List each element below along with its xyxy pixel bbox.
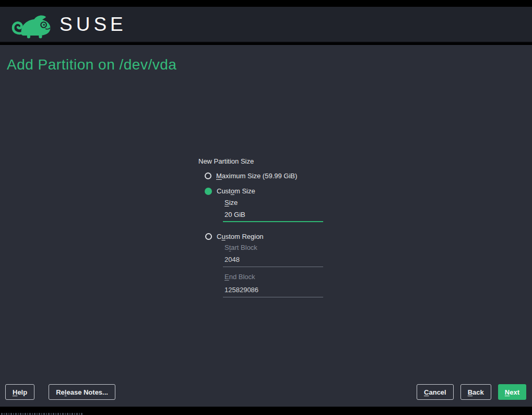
suse-logo-text: SUSE — [60, 15, 127, 34]
suse-chameleon-icon — [10, 10, 52, 39]
end-block-field-label: End Block — [224, 273, 255, 281]
help-button[interactable]: Help — [5, 384, 34, 400]
top-strip — [0, 0, 532, 7]
cancel-button[interactable]: Cancel — [417, 384, 454, 400]
label-text: elp — [17, 388, 27, 396]
label-text: art Block — [231, 244, 257, 251]
label-text: stom Region — [226, 233, 264, 240]
label-text: S — [224, 244, 229, 251]
radio-option-maximum-size[interactable]: Maximum Size (59.99 GiB) — [205, 172, 297, 180]
back-button[interactable]: Back — [460, 384, 491, 400]
radio-option-custom-region[interactable]: Custom Region — [205, 233, 264, 240]
label-text: ease Notes... — [66, 388, 108, 396]
button-bar: Help Release Notes... Cancel Back Next — [0, 384, 532, 400]
label-text: aximum Size (59.99 GiB) — [222, 172, 298, 180]
mnemonic-letter: E — [224, 273, 229, 281]
release-notes-button[interactable]: Release Notes... — [49, 384, 115, 400]
clipped-background-text — [1, 413, 84, 415]
radio-label: Custom Region — [217, 233, 264, 240]
suse-logo: SUSE — [10, 10, 127, 39]
label-text: ize — [229, 199, 238, 206]
label-text: C — [217, 233, 221, 240]
label-text: m Size — [234, 187, 255, 195]
installer-window: SUSE Add Partition on /dev/vda New Parti… — [0, 0, 532, 415]
size-input[interactable] — [223, 209, 323, 222]
end-block-input[interactable] — [223, 284, 323, 297]
mnemonic-letter: N — [505, 388, 510, 396]
label-text: nd Block — [229, 273, 255, 281]
group-label: New Partition Size — [198, 157, 254, 165]
mnemonic-letter: S — [224, 199, 229, 206]
content-area: Add Partition on /dev/vda New Partition … — [0, 45, 532, 407]
page-title: Add Partition on /dev/vda — [7, 56, 176, 73]
mnemonic-letter: B — [468, 388, 472, 396]
new-partition-size-form: New Partition Size Maximum Size (59.99 G… — [198, 157, 329, 306]
header-bar: SUSE — [0, 7, 532, 43]
size-field-label: Size — [224, 199, 238, 206]
label-text: ack — [472, 388, 484, 396]
mnemonic-letter: o — [231, 187, 234, 195]
radio-option-custom-size[interactable]: Custom Size — [205, 187, 255, 195]
label-text: ext — [510, 388, 519, 396]
radio-label: Maximum Size (59.99 GiB) — [216, 172, 297, 180]
label-text: Cust — [217, 187, 231, 195]
next-button[interactable]: Next — [498, 384, 526, 400]
radio-selected-icon[interactable] — [205, 188, 212, 195]
start-block-field-label: Start Block — [224, 244, 257, 251]
start-block-input[interactable] — [223, 253, 323, 267]
label-text: Re — [56, 388, 65, 396]
radio-label: Custom Size — [217, 187, 255, 195]
mnemonic-letter: H — [13, 388, 17, 396]
radio-unselected-icon[interactable] — [205, 172, 211, 179]
mnemonic-letter: u — [221, 233, 225, 240]
bottom-strip — [0, 407, 532, 415]
mnemonic-letter: M — [216, 172, 222, 180]
label-text: ancel — [429, 388, 446, 396]
radio-unselected-icon[interactable] — [205, 233, 212, 240]
